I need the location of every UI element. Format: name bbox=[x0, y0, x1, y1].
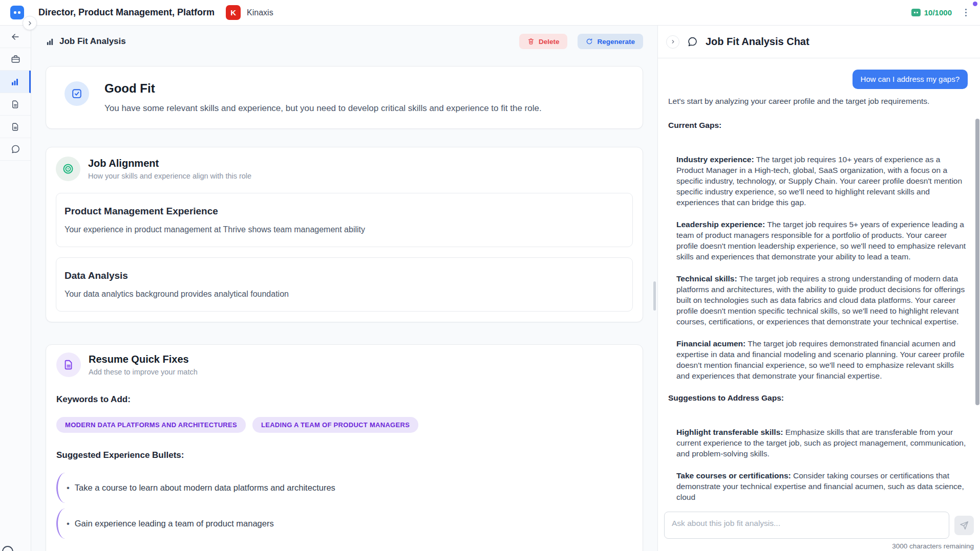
chat-message-area: How can I address my gaps? Let's start b… bbox=[658, 58, 980, 506]
chat-scrollbar-thumb[interactable] bbox=[975, 119, 979, 405]
suggestion-label: Highlight transferable skills: bbox=[676, 428, 783, 436]
briefcase-icon bbox=[11, 54, 20, 64]
target-icon bbox=[56, 157, 80, 181]
chat-collapse-button[interactable] bbox=[666, 35, 679, 49]
sidebar-item-job-fit-analysis[interactable] bbox=[0, 71, 31, 93]
sidebar-item-jobs[interactable] bbox=[0, 48, 31, 71]
credits-value: 10/1000 bbox=[924, 8, 952, 17]
suggestion-paragraph: Highlight transferable skills: Emphasize… bbox=[676, 427, 968, 459]
alignment-item-title: Data Analysis bbox=[65, 270, 624, 281]
paper-plane-icon bbox=[960, 521, 969, 530]
chat-input-area: 3000 characters remaining bbox=[658, 506, 980, 551]
suggestion-label: Take courses or certifications: bbox=[676, 471, 791, 480]
regenerate-button[interactable]: Regenerate bbox=[578, 34, 643, 49]
chat-panel: Job Fit Analysis Chat How can I address … bbox=[657, 26, 980, 551]
topbar-actions: 10/1000 bbox=[911, 7, 970, 18]
bullets-label: Suggested Experience Bullets: bbox=[56, 450, 632, 460]
bar-chart-icon bbox=[46, 37, 54, 46]
topbar: Director, Product Management, Platform K… bbox=[0, 0, 980, 26]
help-bubble-icon[interactable] bbox=[2, 546, 13, 551]
gap-paragraph: Leadership experience: The target job re… bbox=[676, 219, 968, 262]
chat-title: Job Fit Analysis Chat bbox=[706, 36, 809, 48]
character-counter: 3000 characters remaining bbox=[664, 542, 974, 550]
notification-dot bbox=[973, 2, 977, 6]
trash-icon bbox=[527, 38, 535, 45]
sidebar-item-chat[interactable] bbox=[0, 138, 31, 161]
gaps-heading: Current Gaps: bbox=[668, 120, 968, 130]
suggestions-heading: Suggestions to Address Gaps: bbox=[668, 392, 968, 403]
chat-bubble-icon bbox=[11, 144, 20, 154]
gap-label: Leadership experience: bbox=[676, 220, 765, 229]
job-alignment-header: Job Alignment How your skills and experi… bbox=[56, 157, 633, 181]
gap-paragraph: Technical skills: The target job require… bbox=[676, 273, 968, 327]
kebab-menu-icon[interactable] bbox=[962, 7, 970, 18]
main-panel: Job Fit Analysis Delete Regenerate Good … bbox=[31, 26, 657, 551]
document-icon bbox=[56, 352, 81, 377]
company-name: Kinaxis bbox=[247, 8, 273, 17]
delete-button[interactable]: Delete bbox=[519, 34, 568, 49]
keywords-label: Keywords to Add: bbox=[56, 394, 632, 405]
main-content: Good Fit You have some relevant skills a… bbox=[31, 57, 657, 551]
alignment-list: Product Management Experience Your exper… bbox=[56, 193, 633, 312]
regenerate-label: Regenerate bbox=[597, 38, 635, 46]
page-title: Director, Product Management, Platform bbox=[38, 7, 215, 18]
chevron-right-icon bbox=[670, 39, 676, 45]
main-scrollbar-thumb[interactable] bbox=[653, 281, 656, 311]
send-button[interactable] bbox=[954, 516, 974, 535]
suggested-bullet-list: •Take a course to learn about modern dat… bbox=[56, 473, 632, 539]
suggestion-paragraph: Take courses or certifications: Consider… bbox=[676, 470, 968, 502]
sidebar-item-resume[interactable] bbox=[0, 93, 31, 116]
chat-header: Job Fit Analysis Chat bbox=[658, 26, 980, 58]
refresh-icon bbox=[586, 38, 593, 45]
gap-paragraph: Financial acumen: The target job require… bbox=[676, 338, 968, 381]
bullet-dot: • bbox=[67, 519, 70, 528]
app-logo-icon[interactable] bbox=[10, 6, 24, 19]
credits-robot-icon bbox=[911, 9, 921, 16]
job-alignment-card: Job Alignment How your skills and experi… bbox=[46, 147, 643, 322]
document-icon bbox=[11, 100, 20, 109]
keyword-pill[interactable]: MODERN DATA PLATFORMS AND ARCHITECTURES bbox=[56, 417, 246, 433]
sidebar-expand-button[interactable] bbox=[23, 16, 37, 30]
gap-label: Technical skills: bbox=[676, 274, 737, 283]
fit-rating: Good Fit bbox=[104, 81, 542, 96]
bullet-text: Gain experience leading a team of produc… bbox=[75, 519, 274, 528]
sidebar-item-cover-letter[interactable] bbox=[0, 116, 31, 138]
gap-label: Industry experience: bbox=[676, 155, 754, 164]
suggestions-list: Highlight transferable skills: Emphasize… bbox=[668, 427, 968, 502]
fit-description: You have some relevant skills and experi… bbox=[104, 103, 542, 114]
sidebar bbox=[0, 26, 31, 551]
alignment-item-description: Your experience in product management at… bbox=[65, 225, 624, 234]
alignment-item-title: Product Management Experience bbox=[65, 206, 624, 217]
chevron-right-icon bbox=[27, 20, 33, 27]
alignment-item: Product Management Experience Your exper… bbox=[56, 193, 633, 247]
main-header: Job Fit Analysis Delete Regenerate bbox=[31, 26, 657, 57]
keyword-pill[interactable]: LEADING A TEAM OF PRODUCT MANAGERS bbox=[252, 417, 418, 433]
alignment-item: Data Analysis Your data analytics backgr… bbox=[56, 257, 633, 312]
suggested-bullet: •Take a course to learn about modern dat… bbox=[56, 473, 632, 503]
back-arrow-icon bbox=[10, 32, 20, 42]
fit-summary-card: Good Fit You have some relevant skills a… bbox=[46, 66, 643, 129]
credits-counter[interactable]: 10/1000 bbox=[911, 8, 952, 17]
check-square-icon bbox=[65, 81, 89, 106]
quick-fixes-title: Resume Quick Fixes bbox=[89, 354, 198, 365]
bullet-text: Take a course to learn about modern data… bbox=[75, 483, 335, 493]
suggested-bullet: •Gain experience leading a team of produ… bbox=[56, 509, 632, 539]
company-logo-badge: K bbox=[226, 5, 241, 20]
delete-label: Delete bbox=[539, 38, 560, 46]
user-message-bubble: How can I address my gaps? bbox=[853, 70, 968, 89]
bar-chart-icon bbox=[10, 77, 19, 86]
chat-input[interactable] bbox=[664, 512, 949, 539]
quick-fixes-header: Resume Quick Fixes Add these to improve … bbox=[56, 352, 632, 377]
job-alignment-title: Job Alignment bbox=[88, 158, 251, 169]
quick-fixes-subtitle: Add these to improve your match bbox=[89, 368, 198, 376]
document-icon bbox=[11, 122, 20, 131]
chat-bubble-icon bbox=[687, 36, 698, 47]
gaps-list: Industry experience: The target job requ… bbox=[668, 154, 968, 381]
main-title: Job Fit Analysis bbox=[59, 36, 126, 47]
resume-quick-fixes-card: Resume Quick Fixes Add these to improve … bbox=[46, 344, 643, 551]
assistant-intro: Let's start by analyzing your career pro… bbox=[668, 96, 968, 106]
gap-label: Financial acumen: bbox=[676, 339, 745, 348]
alignment-item-description: Your data analytics background provides … bbox=[65, 290, 624, 299]
app-window: Director, Product Management, Platform K… bbox=[0, 0, 980, 551]
keyword-pill-list: MODERN DATA PLATFORMS AND ARCHITECTURES … bbox=[56, 417, 632, 433]
